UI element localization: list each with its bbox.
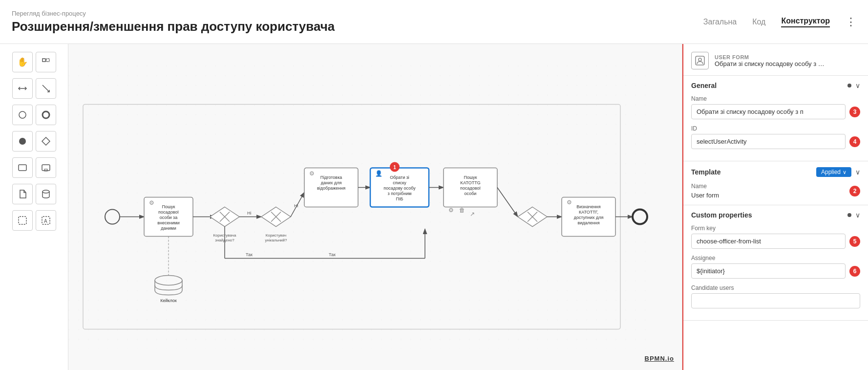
svg-rect-8	[19, 165, 26, 171]
tool-row-3	[12, 105, 56, 125]
text-button[interactable]: A	[36, 210, 56, 231]
general-dot	[847, 84, 851, 87]
assignee-input[interactable]	[691, 263, 846, 279]
svg-text:з потрібним: з потрібним	[388, 191, 412, 196]
svg-text:↗: ↗	[470, 211, 475, 218]
tool-row-2	[12, 78, 56, 99]
svg-text:Визначення: Визначення	[576, 204, 601, 209]
svg-rect-12	[19, 217, 26, 224]
svg-text:⚙: ⚙	[448, 207, 454, 214]
id-label: ID	[691, 125, 860, 132]
toolbar-left: ✋	[0, 44, 68, 370]
custom-properties-section-body: Form key 5 Assignee 6	[683, 225, 868, 320]
svg-text:⚙: ⚙	[567, 199, 572, 206]
bpmn-canvas[interactable]: Пошук посадової особи за внесеними даним…	[68, 44, 682, 370]
svg-text:ПІБ: ПІБ	[396, 196, 403, 201]
hand-tool-button[interactable]: ✋	[12, 52, 33, 72]
rect-button[interactable]	[12, 157, 33, 178]
custom-properties-section: Custom properties ∨ Form key 5	[683, 205, 868, 321]
tool-row-7: A	[12, 210, 56, 231]
circle-tool-button[interactable]	[12, 105, 33, 125]
svg-text:відображення: відображення	[317, 186, 345, 191]
header-left: Перегляд бізнес-процесу Розширення/зменш…	[12, 10, 335, 34]
form-key-label: Form key	[691, 225, 860, 232]
applied-chevron: ∨	[843, 169, 847, 175]
svg-text:1: 1	[393, 165, 396, 170]
custom-properties-section-controls: ∨	[847, 211, 860, 219]
svg-rect-1	[46, 59, 49, 62]
data-store-button[interactable]	[36, 184, 56, 204]
svg-text:КАТОТТГ,: КАТОТТГ,	[579, 210, 598, 215]
subprocess-button[interactable]	[36, 157, 56, 178]
app-header: Перегляд бізнес-процесу Розширення/зменш…	[0, 0, 868, 44]
panel-header-type: USER FORM	[715, 54, 825, 60]
badge-6: 6	[849, 266, 860, 277]
panel-header-icon	[691, 52, 709, 69]
more-menu-button[interactable]: ⋮	[846, 16, 856, 28]
form-key-input-row: 5	[691, 234, 860, 249]
svg-text:Ні: Ні	[294, 203, 298, 208]
svg-text:унікальний?: унікальний?	[265, 238, 288, 242]
page-title: Розширення/зменшення прав доступу корист…	[12, 19, 335, 34]
svg-text:Так: Так	[329, 252, 336, 257]
svg-marker-7	[42, 137, 50, 145]
data-object-button[interactable]	[12, 184, 33, 204]
badge-5: 5	[849, 236, 860, 247]
svg-text:⚙: ⚙	[309, 170, 315, 177]
svg-text:A: A	[44, 218, 47, 224]
svg-text:особи за: особи за	[160, 215, 177, 220]
name-input[interactable]	[691, 104, 846, 119]
custom-properties-section-header[interactable]: Custom properties ∨	[683, 205, 868, 225]
circle-filled-button[interactable]	[12, 131, 33, 152]
bpmn-watermark: BPMN.io	[645, 355, 674, 362]
nav-general[interactable]: Загальна	[703, 18, 737, 26]
right-panel: USER FORM Обрати зі списку посадову особ…	[682, 44, 868, 370]
tool-row-5	[12, 157, 56, 178]
svg-point-11	[42, 190, 49, 193]
svg-text:посадової: посадової	[460, 186, 481, 191]
assignee-label: Assignee	[691, 255, 860, 261]
general-chevron[interactable]: ∨	[855, 82, 860, 89]
svg-text:особи: особи	[465, 191, 477, 196]
tool-row-6	[12, 184, 56, 204]
svg-text:посадової: посадової	[158, 210, 179, 215]
connect-tool-button[interactable]	[36, 78, 56, 99]
group-button[interactable]	[12, 210, 33, 231]
id-input-row: 4	[691, 134, 860, 149]
template-section-header[interactable]: Template Applied ∨ ∨	[683, 161, 868, 183]
name-field-group: Name 3	[691, 95, 860, 119]
custom-chevron[interactable]: ∨	[855, 211, 860, 219]
svg-text:Пошук: Пошук	[464, 175, 477, 180]
custom-dot	[847, 213, 851, 217]
general-section: General ∨ Name 3	[683, 76, 868, 161]
badge-2: 2	[849, 186, 860, 196]
assignee-field-group: Assignee 6	[691, 255, 860, 279]
svg-text:Так: Так	[246, 252, 253, 257]
id-input[interactable]	[691, 134, 846, 149]
panel-header-info: USER FORM Обрати зі списку посадову особ…	[715, 54, 825, 67]
svg-text:посадову особу: посадову особу	[383, 186, 416, 191]
template-chevron[interactable]: ∨	[855, 168, 860, 176]
tool-row-1: ✋	[12, 52, 56, 72]
svg-text:⚙: ⚙	[149, 199, 154, 206]
lasso-tool-button[interactable]	[36, 52, 56, 72]
circle-border-tool-button[interactable]	[36, 105, 56, 125]
nav-constructor[interactable]: Конструктор	[781, 17, 830, 27]
svg-text:👤: 👤	[375, 170, 382, 177]
candidate-users-input[interactable]	[691, 293, 860, 308]
applied-badge[interactable]: Applied ∨	[816, 167, 851, 177]
space-tool-button[interactable]	[12, 78, 33, 99]
main-layout: ✋	[0, 44, 868, 370]
candidate-users-label: Candidate users	[691, 284, 860, 291]
general-section-header[interactable]: General ∨	[683, 76, 868, 95]
bpmn-diagram: Пошук посадової особи за внесеними даним…	[68, 44, 655, 370]
name-input-row: 3	[691, 104, 860, 119]
diamond-button[interactable]	[36, 131, 56, 152]
svg-text:внесеними: внесеними	[157, 220, 179, 225]
panel-scroll[interactable]: General ∨ Name 3	[683, 76, 868, 370]
nav-code[interactable]: Код	[752, 18, 765, 26]
form-key-input[interactable]	[691, 234, 846, 249]
general-section-controls: ∨	[847, 82, 860, 89]
svg-text:Ні: Ні	[247, 211, 252, 216]
svg-point-5	[42, 111, 49, 118]
